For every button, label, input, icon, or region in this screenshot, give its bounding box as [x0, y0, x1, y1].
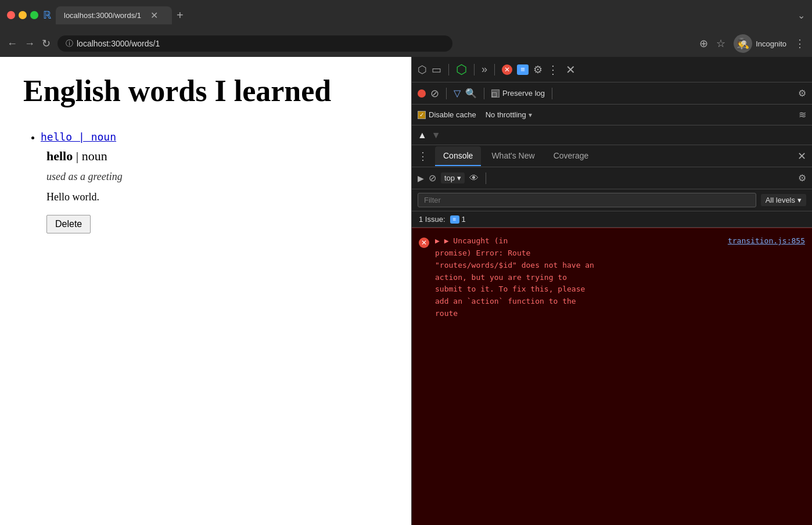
reload-button[interactable]: ↻ [42, 37, 51, 50]
browser-chrome: ℝ localhost:3000/words/1 ✕ + ⌄ ← → ↻ ⓘ l… [0, 0, 812, 57]
incognito-badge: 🕵 Incognito [734, 34, 786, 53]
incognito-label: Incognito [756, 39, 786, 48]
delete-button[interactable]: Delete [46, 215, 91, 233]
devtools-main-toolbar: ⬡ ▭ ⬡ » ✕ ≡ ⚙ ⋮ ✕ [412, 57, 812, 82]
cache-throttle-bar: ✓ Disable cache No throttling ▾ ≋ [412, 105, 812, 125]
preserve-log-checkbox[interactable]: □ [491, 89, 500, 98]
url-bar[interactable]: ⓘ localhost:3000/words/1 [58, 35, 452, 52]
import-export-bar: ▲ ▼ [412, 125, 812, 145]
stop-recording-icon[interactable]: ⊘ [430, 87, 439, 100]
search-icon[interactable]: 🔍 [465, 88, 477, 99]
word-pipe: | noun [76, 149, 107, 163]
filter-input[interactable] [418, 193, 756, 207]
throttle-selector[interactable]: No throttling ▾ [486, 110, 532, 119]
error-triangle-icon[interactable]: ▶ [435, 236, 440, 245]
browser-menu-icon[interactable]: ⋮ [795, 37, 805, 50]
url-display: localhost:3000/words/1 [77, 39, 160, 48]
tab-close-button[interactable]: ✕ [150, 10, 158, 21]
filter-icon[interactable]: ▽ [454, 88, 461, 99]
error-header: ▶ ▶ Uncaught (in transition.js:855 [435, 236, 805, 245]
error-title: ▶ ▶ Uncaught (in [435, 236, 508, 245]
network-toolbar: ⊘ ▽ 🔍 □ Preserve log ⚙ [412, 82, 812, 105]
back-button[interactable]: ← [7, 38, 17, 50]
new-tab-button[interactable]: + [177, 9, 184, 22]
console-toolbar: ▶ ⊘ top ▾ 👁 ⚙ [412, 167, 812, 189]
tab-console[interactable]: Console [435, 146, 481, 166]
device-toolbar-icon[interactable]: ▭ [432, 63, 441, 76]
error-content: ▶ ▶ Uncaught (in transition.js:855 promi… [435, 236, 805, 320]
tab-dropdown-icon[interactable]: ⌄ [797, 10, 805, 21]
devtools-tabs: ⋮ Console What's New Coverage ✕ [412, 145, 812, 167]
tab-coverage[interactable]: Coverage [545, 146, 597, 166]
devtools-panel: ⬡ ▭ ⬡ » ✕ ≡ ⚙ ⋮ ✕ ⊘ ▽ 🔍 □ Preserve log [411, 57, 812, 525]
word-list: hello | noun [23, 131, 388, 143]
select-element-icon[interactable]: ⬡ [418, 63, 427, 76]
close-tab-icon[interactable]: ✕ [797, 150, 806, 163]
disable-cache-label: Disable cache [429, 110, 476, 119]
record-button[interactable] [418, 89, 426, 98]
word-link[interactable]: hello | noun [41, 131, 116, 143]
disable-cache-checkbox[interactable]: ✓ [418, 111, 426, 119]
word-example: Hello world. [46, 191, 388, 203]
tab-bar: ℝ localhost:3000/words/1 ✕ + ⌄ [43, 6, 805, 24]
throttle-chevron-icon: ▾ [529, 111, 532, 119]
error-area: ✕ ▶ ▶ Uncaught (in transition.js:855 pro… [412, 228, 812, 525]
error-indicator[interactable]: ✕ [502, 64, 512, 75]
issue-label: 1 Issue: [419, 215, 445, 224]
preserve-log-toggle[interactable]: □ Preserve log [491, 89, 545, 98]
page-title: English words I learned [23, 74, 388, 107]
more-tools-icon[interactable]: » [482, 63, 487, 75]
close-devtools-icon[interactable]: ✕ [566, 63, 576, 77]
close-traffic-light[interactable] [7, 11, 15, 19]
error-icon: ✕ [419, 238, 429, 248]
console-settings-icon[interactable]: ⚙ [798, 172, 806, 184]
context-label: top [444, 174, 455, 182]
minimize-traffic-light[interactable] [19, 11, 27, 19]
throttle-label: No throttling [486, 110, 526, 119]
clear-console-icon[interactable]: ⊘ [429, 172, 436, 184]
error-title-text: ▶ Uncaught (in [444, 236, 508, 245]
error-body: promise) Error: Route "routes/words/$id"… [435, 247, 805, 320]
toolbar-separator [448, 64, 449, 75]
settings-icon[interactable]: ⚙ [533, 63, 542, 76]
network-conditions-icon[interactable]: ≋ [799, 109, 806, 120]
net-separator-2 [484, 88, 484, 99]
execute-icon[interactable]: ▶ [418, 174, 424, 183]
traffic-lights [7, 11, 38, 19]
issue-type-icon: ≡ [450, 215, 459, 224]
net-separator-3 [552, 88, 552, 99]
word-heading: hello | noun [46, 149, 388, 164]
browser-action-icons: ⊕ ☆ 🕵 Incognito ⋮ [699, 34, 805, 53]
active-tab[interactable]: localhost:3000/words/1 ✕ [56, 6, 172, 24]
main-area: English words I learned hello | noun hel… [0, 57, 812, 525]
filter-bar: All levels ▾ [412, 189, 812, 211]
more-menu-icon[interactable]: ⋮ [547, 63, 559, 77]
word-name: hello [46, 149, 73, 163]
console-toolbar-separator [486, 172, 486, 184]
import-icon[interactable]: ▲ [418, 130, 427, 141]
tab-whats-new[interactable]: What's New [483, 146, 542, 166]
issue-count: 1 [462, 215, 466, 224]
word-definition: used as a greeting [46, 171, 388, 183]
network-settings-icon[interactable]: ⚙ [798, 88, 806, 99]
tab-favicon: ℝ [43, 9, 51, 21]
preserve-log-label: Preserve log [502, 89, 545, 98]
maximize-traffic-light[interactable] [30, 11, 38, 19]
toolbar-separator-2 [474, 64, 475, 75]
title-bar: ℝ localhost:3000/words/1 ✕ + ⌄ [0, 0, 812, 30]
context-selector[interactable]: top ▾ [441, 172, 465, 184]
export-icon[interactable]: ▼ [432, 130, 441, 141]
issue-badge: ≡ 1 [450, 215, 466, 224]
zoom-icon[interactable]: ⊕ [699, 37, 708, 50]
issue-banner[interactable]: 1 Issue: ≡ 1 [412, 211, 812, 228]
forward-button[interactable]: → [24, 38, 35, 50]
disable-cache-toggle[interactable]: ✓ Disable cache [418, 110, 476, 119]
bookmark-icon[interactable]: ☆ [716, 37, 725, 50]
console-icon[interactable]: ≡ [517, 64, 529, 75]
tabs-more-icon[interactable]: ⋮ [418, 150, 428, 163]
live-expression-icon[interactable]: 👁 [469, 173, 479, 184]
error-file-link[interactable]: transition.js:855 [728, 236, 805, 245]
page-content: English words I learned hello | noun hel… [0, 57, 411, 525]
log-levels-selector[interactable]: All levels ▾ [761, 194, 806, 206]
extensions-icon[interactable]: ⬡ [456, 62, 467, 77]
